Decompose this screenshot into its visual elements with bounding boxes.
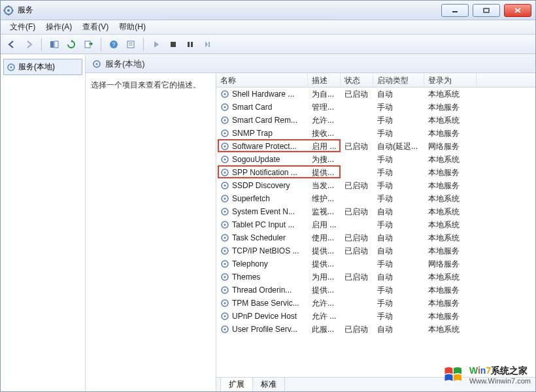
tab-standard[interactable]: 标准	[252, 377, 285, 391]
properties-button[interactable]	[124, 37, 138, 52]
cell-startup-type: 手动	[373, 284, 424, 297]
service-row[interactable]: Telephony提供...手动网络服务	[216, 257, 535, 270]
service-row[interactable]: SogouUpdate为搜...手动本地系统	[216, 153, 535, 166]
svg-point-31	[224, 120, 226, 122]
service-row[interactable]: SNMP Trap接收...手动本地服务	[216, 127, 535, 140]
cell-status: 已启动	[341, 244, 373, 258]
content-area: 服务(本地) 服务(本地) 选择一个项目来查看它的描述。 名称 描述 状态 启动…	[1, 54, 535, 391]
maximize-button[interactable]	[473, 4, 500, 17]
gear-icon	[220, 116, 229, 125]
services-list[interactable]: Shell Hardware ...为自...已启动自动本地系统Smart Ca…	[216, 88, 535, 377]
svg-rect-20	[191, 42, 193, 47]
cell-description: 启用 ...	[308, 218, 341, 232]
service-row[interactable]: Superfetch维护...手动本地系统	[216, 192, 535, 205]
gear-icon	[220, 129, 229, 138]
forward-button[interactable]	[22, 37, 36, 52]
svg-rect-19	[188, 42, 190, 47]
cell-startup-type: 手动	[373, 257, 424, 271]
svg-rect-11	[54, 41, 58, 48]
tree-item-label: 服务(本地)	[18, 61, 55, 73]
tab-extended[interactable]: 扩展	[220, 377, 253, 391]
service-row[interactable]: UPnP Device Host允许 ...手动本地服务	[216, 310, 535, 323]
list-header-row: 名称 描述 状态 启动类型 登录为	[216, 73, 535, 88]
service-row[interactable]: Themes为用...已启动自动本地系统	[216, 270, 535, 284]
description-panel: 选择一个项目来查看它的描述。	[86, 73, 216, 391]
cell-startup-type: 手动	[373, 192, 424, 206]
back-button[interactable]	[5, 37, 19, 52]
pause-service-button[interactable]	[183, 37, 197, 52]
service-row[interactable]: Task Scheduler使用...已启动自动本地系统	[216, 231, 535, 244]
export-list-button[interactable]	[81, 37, 95, 52]
service-row[interactable]: Smart Card Rem...允许...手动本地系统	[216, 114, 535, 127]
column-header-description[interactable]: 描述	[308, 73, 341, 87]
cell-status	[341, 315, 373, 318]
close-button[interactable]	[504, 4, 531, 17]
minimize-button[interactable]	[441, 4, 469, 17]
gear-icon	[220, 272, 229, 282]
refresh-button[interactable]	[64, 37, 78, 52]
cell-startup-type: 自动	[373, 231, 424, 245]
cell-name: Software Protect...	[216, 140, 308, 152]
cell-description: 允许...	[308, 297, 341, 310]
cell-logon-as: 本地服务	[424, 179, 477, 193]
menu-file[interactable]: 文件(F)	[5, 20, 41, 34]
cell-startup-type: 自动(延迟...	[373, 140, 424, 154]
cell-name: SSDP Discovery	[216, 180, 308, 191]
service-row[interactable]: TCP/IP NetBIOS ...提供...已启动自动本地服务	[216, 244, 535, 257]
column-header-status[interactable]: 状态	[341, 73, 373, 87]
svg-point-39	[224, 172, 226, 174]
show-hide-tree-button[interactable]	[47, 37, 61, 52]
service-row[interactable]: Shell Hardware ...为自...已启动自动本地系统	[216, 88, 535, 101]
service-row[interactable]: SPP Notification ...提供...手动本地服务	[216, 166, 535, 179]
gear-icon	[220, 155, 229, 164]
menu-action[interactable]: 操作(A)	[41, 20, 77, 34]
cell-name: User Profile Serv...	[216, 323, 308, 335]
cell-startup-type: 自动	[373, 244, 424, 258]
cell-status	[341, 132, 373, 135]
help-button[interactable]: ?	[107, 37, 121, 52]
cell-status	[341, 263, 373, 265]
cell-name: Smart Card	[216, 101, 308, 113]
cell-logon-as: 本地系统	[424, 88, 477, 101]
svg-rect-18	[171, 42, 176, 47]
stop-service-button[interactable]	[166, 37, 180, 52]
cell-startup-type: 自动	[373, 205, 424, 219]
service-row[interactable]: SSDP Discovery当发...已启动手动本地服务	[216, 179, 535, 192]
svg-point-47	[224, 224, 226, 226]
cell-name: Superfetch	[216, 193, 308, 204]
column-header-startup-type[interactable]: 启动类型	[373, 73, 424, 87]
restart-service-button[interactable]	[200, 37, 214, 52]
tree-item-services-local[interactable]: 服务(本地)	[3, 59, 82, 75]
column-header-logon-as[interactable]: 登录为	[424, 73, 477, 87]
svg-rect-15	[127, 41, 134, 48]
cell-startup-type: 手动	[373, 153, 424, 167]
menu-help[interactable]: 帮助(H)	[114, 20, 151, 34]
toolbar: ?	[1, 35, 535, 54]
description-prompt: 选择一个项目来查看它的描述。	[91, 80, 201, 90]
cell-status: 已启动	[341, 323, 373, 336]
gear-icon	[220, 299, 229, 308]
menu-view[interactable]: 查看(V)	[77, 20, 114, 34]
gear-icon	[220, 207, 229, 216]
minimize-icon	[452, 8, 458, 13]
services-list-container: 名称 描述 状态 启动类型 登录为 Shell Hardware ...为自..…	[216, 73, 535, 391]
cell-logon-as: 本地系统	[424, 231, 477, 245]
start-service-button[interactable]	[149, 37, 163, 52]
gear-icon	[220, 246, 229, 255]
service-row[interactable]: User Profile Serv...此服...已启动自动本地系统	[216, 323, 535, 336]
service-row[interactable]: Software Protect...启用 ...已启动自动(延迟...网络服务	[216, 140, 535, 153]
titlebar[interactable]: 服务	[1, 1, 535, 20]
window-title: 服务	[18, 5, 33, 16]
service-row[interactable]: System Event N...监视...已启动自动本地系统	[216, 205, 535, 218]
help-icon: ?	[109, 40, 118, 49]
cell-logon-as: 网络服务	[424, 140, 477, 154]
service-row[interactable]: TPM Base Servic...允许...手动本地服务	[216, 297, 535, 310]
service-row[interactable]: Tablet PC Input ...启用 ...手动本地系统	[216, 218, 535, 231]
cell-status	[341, 223, 373, 226]
services-window: 服务 文件(F) 操作(A) 查看(V) 帮助(H) ?	[0, 0, 536, 392]
service-row[interactable]: Thread Orderin...提供...手动本地服务	[216, 284, 535, 297]
service-row[interactable]: Smart Card管理...手动本地服务	[216, 101, 535, 114]
cell-description: 提供...	[308, 244, 341, 258]
column-header-name[interactable]: 名称	[216, 73, 308, 87]
back-arrow-icon	[7, 40, 16, 49]
